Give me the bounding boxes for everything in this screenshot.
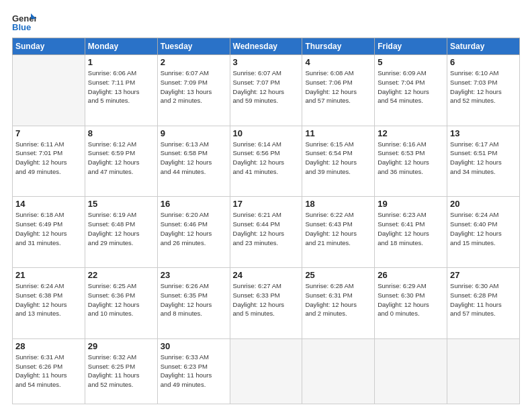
calendar-cell: 10Sunrise: 6:14 AMSunset: 6:56 PMDayligh… bbox=[230, 126, 302, 197]
sun-info: Sunrise: 6:29 AMSunset: 6:30 PMDaylight:… bbox=[378, 281, 444, 318]
calendar-cell bbox=[13, 55, 85, 126]
sun-info: Sunrise: 6:16 AMSunset: 6:53 PMDaylight:… bbox=[378, 140, 444, 177]
calendar-cell: 6Sunrise: 6:10 AMSunset: 7:03 PMDaylight… bbox=[447, 55, 520, 126]
sun-info: Sunrise: 6:26 AMSunset: 6:35 PMDaylight:… bbox=[161, 281, 227, 318]
weekday-header: Saturday bbox=[447, 38, 520, 55]
weekday-header: Thursday bbox=[302, 38, 375, 55]
sun-info: Sunrise: 6:07 AMSunset: 7:09 PMDaylight:… bbox=[161, 68, 227, 105]
weekday-header: Friday bbox=[375, 38, 447, 55]
sun-info: Sunrise: 6:30 AMSunset: 6:28 PMDaylight:… bbox=[450, 281, 517, 318]
day-number: 15 bbox=[88, 199, 154, 209]
sun-info: Sunrise: 6:09 AMSunset: 7:04 PMDaylight:… bbox=[378, 68, 444, 105]
calendar-cell: 30Sunrise: 6:33 AMSunset: 6:23 PMDayligh… bbox=[157, 338, 230, 404]
day-number: 6 bbox=[450, 57, 517, 67]
calendar-cell: 21Sunrise: 6:24 AMSunset: 6:38 PMDayligh… bbox=[13, 268, 85, 339]
day-number: 3 bbox=[233, 57, 300, 67]
weekday-header: Sunday bbox=[13, 38, 85, 55]
calendar-cell bbox=[447, 338, 520, 404]
day-number: 29 bbox=[88, 341, 154, 351]
calendar-cell: 4Sunrise: 6:08 AMSunset: 7:06 PMDaylight… bbox=[302, 55, 375, 126]
sun-info: Sunrise: 6:18 AMSunset: 6:49 PMDaylight:… bbox=[15, 210, 82, 247]
sun-info: Sunrise: 6:15 AMSunset: 6:54 PMDaylight:… bbox=[305, 140, 371, 177]
calendar-cell: 16Sunrise: 6:20 AMSunset: 6:46 PMDayligh… bbox=[157, 197, 230, 268]
logo: General Blue bbox=[12, 12, 36, 32]
sun-info: Sunrise: 6:11 AMSunset: 7:01 PMDaylight:… bbox=[15, 140, 82, 177]
day-number: 2 bbox=[161, 57, 227, 67]
sun-info: Sunrise: 6:25 AMSunset: 6:36 PMDaylight:… bbox=[88, 281, 154, 318]
sun-info: Sunrise: 6:08 AMSunset: 7:06 PMDaylight:… bbox=[305, 68, 371, 105]
header: General Blue bbox=[12, 12, 520, 32]
day-number: 26 bbox=[378, 270, 444, 280]
sun-info: Sunrise: 6:31 AMSunset: 6:26 PMDaylight:… bbox=[15, 353, 82, 390]
sun-info: Sunrise: 6:27 AMSunset: 6:33 PMDaylight:… bbox=[233, 281, 300, 318]
calendar-page: General Blue SundayMondayTuesdayWednesda… bbox=[0, 0, 532, 411]
sun-info: Sunrise: 6:14 AMSunset: 6:56 PMDaylight:… bbox=[233, 140, 300, 177]
sun-info: Sunrise: 6:22 AMSunset: 6:43 PMDaylight:… bbox=[305, 210, 371, 247]
calendar-cell: 29Sunrise: 6:32 AMSunset: 6:25 PMDayligh… bbox=[85, 338, 157, 404]
calendar-cell: 8Sunrise: 6:12 AMSunset: 6:59 PMDaylight… bbox=[85, 126, 157, 197]
day-number: 9 bbox=[161, 128, 227, 138]
sun-info: Sunrise: 6:21 AMSunset: 6:44 PMDaylight:… bbox=[233, 210, 300, 247]
day-number: 27 bbox=[450, 270, 517, 280]
sun-info: Sunrise: 6:10 AMSunset: 7:03 PMDaylight:… bbox=[450, 68, 517, 105]
calendar-cell: 13Sunrise: 6:17 AMSunset: 6:51 PMDayligh… bbox=[447, 126, 520, 197]
sun-info: Sunrise: 6:06 AMSunset: 7:11 PMDaylight:… bbox=[88, 68, 154, 105]
calendar-cell: 20Sunrise: 6:24 AMSunset: 6:40 PMDayligh… bbox=[447, 197, 520, 268]
weekday-header: Wednesday bbox=[230, 38, 302, 55]
day-number: 14 bbox=[15, 199, 82, 209]
day-number: 17 bbox=[233, 199, 300, 209]
day-number: 1 bbox=[88, 57, 154, 67]
day-number: 7 bbox=[15, 128, 82, 138]
weekday-header-row: SundayMondayTuesdayWednesdayThursdayFrid… bbox=[13, 38, 520, 55]
day-number: 24 bbox=[233, 270, 300, 280]
logo-icon: General Blue bbox=[12, 12, 36, 32]
calendar-cell bbox=[230, 338, 302, 404]
calendar-cell: 15Sunrise: 6:19 AMSunset: 6:48 PMDayligh… bbox=[85, 197, 157, 268]
calendar-week-row: 1Sunrise: 6:06 AMSunset: 7:11 PMDaylight… bbox=[13, 55, 520, 126]
calendar-cell: 14Sunrise: 6:18 AMSunset: 6:49 PMDayligh… bbox=[13, 197, 85, 268]
sun-info: Sunrise: 6:23 AMSunset: 6:41 PMDaylight:… bbox=[378, 210, 444, 247]
day-number: 12 bbox=[378, 128, 444, 138]
day-number: 19 bbox=[378, 199, 444, 209]
calendar-cell: 1Sunrise: 6:06 AMSunset: 7:11 PMDaylight… bbox=[85, 55, 157, 126]
calendar-cell: 7Sunrise: 6:11 AMSunset: 7:01 PMDaylight… bbox=[13, 126, 85, 197]
calendar-cell: 25Sunrise: 6:28 AMSunset: 6:31 PMDayligh… bbox=[302, 268, 375, 339]
calendar-cell bbox=[302, 338, 375, 404]
calendar-cell: 12Sunrise: 6:16 AMSunset: 6:53 PMDayligh… bbox=[375, 126, 447, 197]
day-number: 16 bbox=[161, 199, 227, 209]
day-number: 30 bbox=[161, 341, 227, 351]
calendar-week-row: 21Sunrise: 6:24 AMSunset: 6:38 PMDayligh… bbox=[13, 268, 520, 339]
calendar-week-row: 14Sunrise: 6:18 AMSunset: 6:49 PMDayligh… bbox=[13, 197, 520, 268]
sun-info: Sunrise: 6:07 AMSunset: 7:07 PMDaylight:… bbox=[233, 68, 300, 105]
day-number: 13 bbox=[450, 128, 517, 138]
day-number: 28 bbox=[15, 341, 82, 351]
calendar-cell: 3Sunrise: 6:07 AMSunset: 7:07 PMDaylight… bbox=[230, 55, 302, 126]
calendar-cell: 24Sunrise: 6:27 AMSunset: 6:33 PMDayligh… bbox=[230, 268, 302, 339]
sun-info: Sunrise: 6:33 AMSunset: 6:23 PMDaylight:… bbox=[161, 353, 227, 390]
calendar-week-row: 7Sunrise: 6:11 AMSunset: 7:01 PMDaylight… bbox=[13, 126, 520, 197]
weekday-header: Tuesday bbox=[157, 38, 230, 55]
calendar-cell: 9Sunrise: 6:13 AMSunset: 6:58 PMDaylight… bbox=[157, 126, 230, 197]
calendar-cell: 28Sunrise: 6:31 AMSunset: 6:26 PMDayligh… bbox=[13, 338, 85, 404]
sun-info: Sunrise: 6:20 AMSunset: 6:46 PMDaylight:… bbox=[161, 210, 227, 247]
day-number: 4 bbox=[305, 57, 371, 67]
calendar-week-row: 28Sunrise: 6:31 AMSunset: 6:26 PMDayligh… bbox=[13, 338, 520, 404]
day-number: 25 bbox=[305, 270, 371, 280]
calendar-cell bbox=[375, 338, 447, 404]
calendar-cell: 18Sunrise: 6:22 AMSunset: 6:43 PMDayligh… bbox=[302, 197, 375, 268]
calendar-cell: 5Sunrise: 6:09 AMSunset: 7:04 PMDaylight… bbox=[375, 55, 447, 126]
day-number: 21 bbox=[15, 270, 82, 280]
day-number: 20 bbox=[450, 199, 517, 209]
day-number: 8 bbox=[88, 128, 154, 138]
sun-info: Sunrise: 6:17 AMSunset: 6:51 PMDaylight:… bbox=[450, 140, 517, 177]
sun-info: Sunrise: 6:24 AMSunset: 6:40 PMDaylight:… bbox=[450, 210, 517, 247]
calendar-cell: 2Sunrise: 6:07 AMSunset: 7:09 PMDaylight… bbox=[157, 55, 230, 126]
day-number: 11 bbox=[305, 128, 371, 138]
calendar-cell: 22Sunrise: 6:25 AMSunset: 6:36 PMDayligh… bbox=[85, 268, 157, 339]
sun-info: Sunrise: 6:24 AMSunset: 6:38 PMDaylight:… bbox=[15, 281, 82, 318]
calendar-cell: 27Sunrise: 6:30 AMSunset: 6:28 PMDayligh… bbox=[447, 268, 520, 339]
calendar-cell: 23Sunrise: 6:26 AMSunset: 6:35 PMDayligh… bbox=[157, 268, 230, 339]
day-number: 23 bbox=[161, 270, 227, 280]
day-number: 18 bbox=[305, 199, 371, 209]
sun-info: Sunrise: 6:32 AMSunset: 6:25 PMDaylight:… bbox=[88, 353, 154, 390]
